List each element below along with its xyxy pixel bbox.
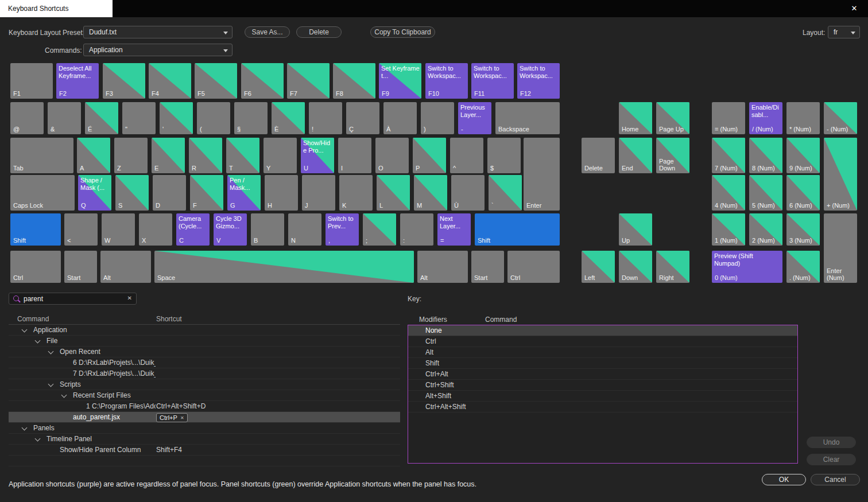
chevron-down-icon[interactable] <box>35 436 41 442</box>
key-num[interactable]: + (Num) <box>824 138 857 211</box>
key-c60[interactable]: < <box>64 213 98 246</box>
key-num[interactable]: . (Num) <box>786 251 820 283</box>
chevron-down-icon[interactable] <box>48 382 54 387</box>
key-y[interactable]: Y <box>264 138 297 173</box>
modifier-row-ctrl-alt-shift[interactable]: Ctrl+Alt+Shift <box>408 402 797 413</box>
command-row-auto-parent-jsx[interactable]: auto_parent.jsxCtrl+P✕ <box>9 412 400 423</box>
search-input[interactable] <box>24 294 118 303</box>
key-c45[interactable]: Previous Layer...- <box>458 102 491 134</box>
key-8-num[interactable]: 8 (Num) <box>749 138 782 173</box>
key-f[interactable]: F <box>190 175 223 211</box>
key-c34[interactable]: " <box>122 102 156 134</box>
command-row-application[interactable]: Application <box>9 325 400 336</box>
key-shift[interactable]: Shift <box>475 213 560 246</box>
key-f11[interactable]: Switch to Workspac...F11 <box>471 63 514 99</box>
modifier-row-alt[interactable]: Alt <box>408 347 797 358</box>
key-ctrl[interactable]: Ctrl <box>507 251 560 283</box>
clear-button[interactable]: Clear <box>807 454 856 465</box>
key-v[interactable]: Cycle 3D Gizmo...V <box>214 213 247 246</box>
key-c41[interactable]: ) <box>421 102 454 134</box>
key-p[interactable]: P <box>413 138 446 173</box>
key-f4[interactable]: F4 <box>149 63 191 99</box>
key-1-num[interactable]: 1 (Num) <box>712 213 745 246</box>
key-page-down[interactable]: Page Down <box>656 138 689 173</box>
key-num[interactable]: * (Num) <box>786 102 820 134</box>
key-alt[interactable]: Alt <box>417 251 468 283</box>
key-f10[interactable]: Switch to Workspac...F10 <box>425 63 468 99</box>
key-alt[interactable]: Alt <box>100 251 151 283</box>
key-right[interactable]: Right <box>656 251 689 283</box>
key-c192[interactable]: À <box>383 102 417 134</box>
modifier-row-alt-shift[interactable]: Alt+Shift <box>408 391 797 402</box>
key-g[interactable]: Pen / Mask...G <box>227 175 261 211</box>
key-c64[interactable]: @ <box>10 102 44 134</box>
chevron-down-icon[interactable] <box>22 327 28 333</box>
key-l[interactable]: L <box>377 175 410 211</box>
key-shift[interactable]: Shift <box>10 213 61 246</box>
key-c61[interactable]: Next Layer...= <box>437 213 471 246</box>
key-f2[interactable]: Deselect All Keyframe...F2 <box>56 63 99 99</box>
key-c33[interactable]: ! <box>309 102 342 134</box>
key-c201[interactable]: É <box>85 102 118 134</box>
key-num[interactable]: = (Num) <box>712 102 745 134</box>
key-n[interactable]: N <box>288 213 321 246</box>
chevron-down-icon[interactable] <box>61 392 67 398</box>
key-num[interactable]: Enable/Disabl.../ (Num) <box>749 102 782 134</box>
key-f3[interactable]: F3 <box>103 63 145 99</box>
key-ctrl[interactable]: Ctrl <box>10 251 61 283</box>
key-c167[interactable]: § <box>234 102 268 134</box>
key-x[interactable]: X <box>139 213 172 246</box>
remove-shortcut-icon[interactable]: ✕ <box>180 414 184 422</box>
modifier-row-ctrl[interactable]: Ctrl <box>408 336 797 347</box>
command-row-recent-script-files[interactable]: Recent Script Files <box>9 390 400 401</box>
chevron-down-icon[interactable] <box>22 425 28 431</box>
key-f5[interactable]: F5 <box>195 63 237 99</box>
key-f6[interactable]: F6 <box>241 63 284 99</box>
command-row-6-d-rxlab-projets-duik-a-p[interactable]: 6 D:\RxLab\Projets\...\Duik_A_P <box>9 357 400 368</box>
key-3-num[interactable]: 3 (Num) <box>786 213 820 246</box>
key-d[interactable]: D <box>153 175 186 211</box>
modifier-row-none[interactable]: None <box>408 325 797 336</box>
key-enter[interactable]: Enter <box>524 138 560 211</box>
key-m[interactable]: M <box>414 175 447 211</box>
modifier-row-ctrl-shift[interactable]: Ctrl+Shift <box>408 380 797 391</box>
save-as-button[interactable]: Save As... <box>245 26 290 38</box>
cancel-button[interactable]: Cancel <box>811 474 860 485</box>
key-c96[interactable]: ` <box>489 175 522 211</box>
key-h[interactable]: H <box>265 175 298 211</box>
command-row-1-c-program-files-adobe[interactable]: 1 C:\Program Files\AdobeCtrl+Alt+Shift+D <box>9 401 400 412</box>
key-page-up[interactable]: Page Up <box>656 102 689 134</box>
key-c44[interactable]: Switch to Prev..., <box>326 213 359 246</box>
key-backspace[interactable]: Backspace <box>495 102 560 134</box>
chevron-down-icon[interactable] <box>48 349 54 355</box>
key-9-num[interactable]: 9 (Num) <box>786 138 820 173</box>
commands-dropdown[interactable]: Application <box>83 44 232 56</box>
key-s[interactable]: S <box>115 175 149 211</box>
key-f7[interactable]: F7 <box>287 63 330 99</box>
key-q[interactable]: Shape / Mask (...Q <box>78 175 111 211</box>
key-e[interactable]: E <box>152 138 185 173</box>
delete-button[interactable]: Delete <box>296 26 342 38</box>
key-j[interactable]: J <box>302 175 335 211</box>
key-end[interactable]: End <box>619 138 652 173</box>
command-row[interactable] <box>9 456 400 466</box>
key-6-num[interactable]: 6 (Num) <box>786 175 820 211</box>
key-tab[interactable]: Tab <box>10 138 73 173</box>
chevron-down-icon[interactable] <box>35 338 41 344</box>
layout-dropdown[interactable]: fr <box>828 26 860 38</box>
key-t[interactable]: T <box>226 138 259 173</box>
key-c200[interactable]: È <box>272 102 305 134</box>
command-row-open-recent[interactable]: Open Recent <box>9 347 400 357</box>
shortcut-chip[interactable]: Ctrl+P✕ <box>156 413 188 422</box>
key-start[interactable]: Start <box>471 251 504 283</box>
key-4-num[interactable]: 4 (Num) <box>712 175 745 211</box>
command-row-scripts[interactable]: Scripts <box>9 379 400 390</box>
key-c94[interactable]: ^ <box>450 138 483 173</box>
key-f12[interactable]: Switch to Workspac...F12 <box>517 63 560 99</box>
key-c38[interactable]: & <box>48 102 81 134</box>
key-f8[interactable]: F8 <box>333 63 375 99</box>
clear-search-icon[interactable]: ✕ <box>127 295 132 301</box>
key-a[interactable]: A <box>77 138 110 173</box>
key-c199[interactable]: Ç <box>346 102 379 134</box>
command-row-show-hide-parent-column[interactable]: Show/Hide Parent ColumnShift+F4 <box>9 445 400 456</box>
